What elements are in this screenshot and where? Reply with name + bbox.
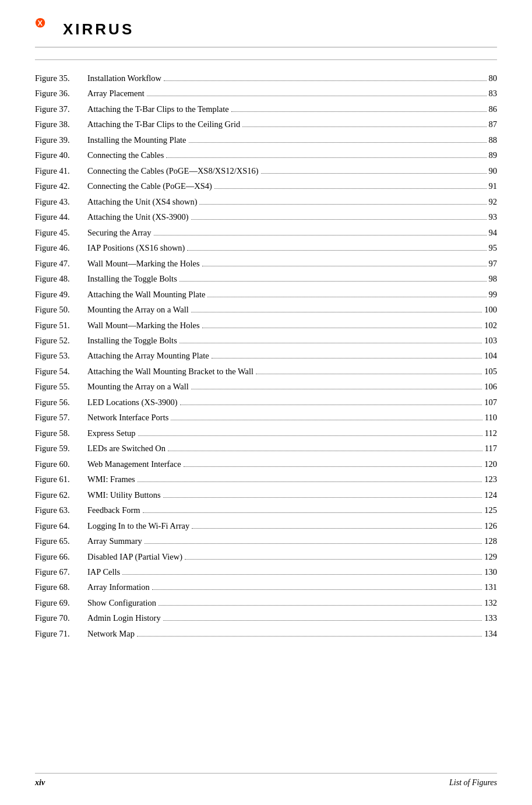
figure-entry: Feedback Form 125 bbox=[87, 502, 497, 518]
footer-section-title: List of Figures bbox=[449, 778, 497, 788]
figure-entry: Installing the Toggle Bolts 103 bbox=[87, 333, 497, 348]
figure-dots bbox=[122, 574, 482, 575]
figure-title-text: Express Setup bbox=[87, 427, 136, 440]
figure-page-number: 125 bbox=[484, 504, 497, 516]
figure-dots bbox=[171, 420, 482, 420]
figure-page-number: 120 bbox=[484, 458, 497, 470]
figure-page-number: 97 bbox=[489, 257, 498, 270]
figure-page-number: 132 bbox=[484, 596, 497, 609]
figure-entry: Attaching the T-Bar Clips to the Ceiling… bbox=[87, 117, 497, 132]
figure-title-text: Connecting the Cables (PoGE—XS8/XS12/XS1… bbox=[87, 164, 259, 177]
figure-dots bbox=[143, 512, 482, 513]
list-item: Figure 54.Attaching the Wall Mounting Br… bbox=[35, 364, 497, 379]
list-item: Figure 71.Network Map 134 bbox=[35, 626, 497, 641]
list-item: Figure 41.Connecting the Cables (PoGE—XS… bbox=[35, 163, 497, 178]
figure-entry: Disabled IAP (Partial View) 129 bbox=[87, 549, 497, 564]
figure-title-text: Attaching the Wall Mounting Plate bbox=[87, 288, 205, 301]
page-container: X XIRRUS Figure 35.Installation Workflow… bbox=[0, 0, 532, 805]
figures-list: Figure 35.Installation Workflow 80Figure… bbox=[35, 71, 497, 641]
figure-title-text: Attaching the Array Mounting Plate bbox=[87, 349, 209, 362]
figure-page-number: 112 bbox=[485, 427, 497, 440]
figure-entry: Network Interface Ports 110 bbox=[87, 410, 497, 425]
list-item: Figure 53.Attaching the Array Mounting P… bbox=[35, 348, 497, 363]
figure-entry: Attaching the Wall Mounting Bracket to t… bbox=[87, 364, 497, 379]
list-item: Figure 67.IAP Cells 130 bbox=[35, 564, 497, 579]
figure-page-number: 129 bbox=[484, 550, 497, 563]
figure-page-number: 87 bbox=[489, 118, 498, 131]
figure-entry: Installing the Toggle Bolts 98 bbox=[87, 271, 497, 286]
list-item: Figure 46.IAP Positions (XS16 shown) 95 bbox=[35, 240, 497, 255]
figure-label: Figure 64. bbox=[35, 518, 87, 533]
figure-page-number: 95 bbox=[489, 241, 498, 254]
figure-label: Figure 43. bbox=[35, 194, 87, 209]
figure-label: Figure 69. bbox=[35, 595, 87, 610]
figure-title-text: Attaching the T-Bar Clips to the Ceiling… bbox=[87, 118, 240, 131]
figure-label: Figure 38. bbox=[35, 117, 87, 132]
list-item: Figure 49.Attaching the Wall Mounting Pl… bbox=[35, 287, 497, 302]
figure-label: Figure 46. bbox=[35, 240, 87, 255]
figure-label: Figure 48. bbox=[35, 271, 87, 286]
figure-label: Figure 56. bbox=[35, 395, 87, 410]
figure-title-text: Logging In to the Wi-Fi Array bbox=[87, 519, 189, 532]
figure-label: Figure 36. bbox=[35, 86, 87, 101]
figure-entry: Mounting the Array on a Wall 100 bbox=[87, 302, 497, 317]
figure-title-text: Disabled IAP (Partial View) bbox=[87, 550, 182, 563]
figure-title-text: Web Management Interface bbox=[87, 458, 181, 470]
logo-container: X XIRRUS bbox=[35, 17, 134, 41]
figure-title-text: LEDs are Switched On bbox=[87, 442, 165, 455]
figure-entry: Array Placement 83 bbox=[87, 86, 497, 101]
figure-dots bbox=[202, 328, 482, 328]
figure-page-number: 110 bbox=[485, 411, 497, 424]
figure-title-text: WMI: Utility Buttons bbox=[87, 488, 161, 501]
figure-dots bbox=[168, 451, 482, 451]
figure-title-text: Array Placement bbox=[87, 87, 145, 100]
figure-dots bbox=[231, 111, 487, 112]
figure-title-text: Attaching the Unit (XS4 shown) bbox=[87, 195, 197, 208]
list-item: Figure 36.Array Placement 83 bbox=[35, 86, 497, 101]
figure-label: Figure 68. bbox=[35, 579, 87, 595]
figure-entry: LEDs are Switched On 117 bbox=[87, 441, 497, 456]
list-item: Figure 58.Express Setup 112 bbox=[35, 426, 497, 441]
figure-entry: Attaching the Unit (XS4 shown) 92 bbox=[87, 194, 497, 209]
figure-label: Figure 41. bbox=[35, 163, 87, 178]
figure-page-number: 80 bbox=[489, 72, 498, 85]
list-item: Figure 59.LEDs are Switched On 117 bbox=[35, 441, 497, 456]
figure-title-text: Installing the Toggle Bolts bbox=[87, 272, 177, 285]
figure-entry: Wall Mount—Marking the Holes 97 bbox=[87, 256, 497, 271]
figure-entry: WMI: Utility Buttons 124 bbox=[87, 487, 497, 502]
figure-page-number: 100 bbox=[484, 303, 497, 316]
figure-dots bbox=[256, 374, 482, 374]
figure-dots bbox=[154, 235, 487, 235]
figure-dots bbox=[145, 543, 482, 544]
figure-label: Figure 65. bbox=[35, 533, 87, 549]
figure-page-number: 86 bbox=[489, 103, 498, 115]
figure-dots bbox=[158, 605, 482, 606]
figure-entry: Show Configuration 132 bbox=[87, 595, 497, 610]
figure-label: Figure 37. bbox=[35, 101, 87, 117]
figure-label: Figure 57. bbox=[35, 410, 87, 425]
figure-page-number: 123 bbox=[484, 473, 497, 486]
list-item: Figure 44.Attaching the Unit (XS-3900) 9… bbox=[35, 209, 497, 224]
list-item: Figure 51.Wall Mount—Marking the Holes 1… bbox=[35, 318, 497, 333]
figure-title-text: Attaching the T-Bar Clips to the Templat… bbox=[87, 103, 229, 115]
list-item: Figure 64.Logging In to the Wi-Fi Array … bbox=[35, 518, 497, 533]
figure-title-text: Admin Login History bbox=[87, 611, 161, 624]
figure-entry: Mounting the Array on a Wall 106 bbox=[87, 379, 497, 394]
figure-label: Figure 55. bbox=[35, 379, 87, 394]
figure-title-text: Array Information bbox=[87, 581, 150, 593]
figure-dots bbox=[179, 343, 482, 343]
figure-label: Figure 39. bbox=[35, 132, 87, 147]
figure-label: Figure 66. bbox=[35, 549, 87, 564]
figure-dots bbox=[163, 620, 482, 621]
figure-entry: Logging In to the Wi-Fi Array 126 bbox=[87, 518, 497, 533]
figure-page-number: 105 bbox=[484, 365, 497, 378]
figure-page-number: 89 bbox=[489, 149, 498, 161]
figure-entry: Attaching the Array Mounting Plate 104 bbox=[87, 348, 497, 363]
page-footer: xiv List of Figures bbox=[35, 773, 497, 788]
figure-label: Figure 71. bbox=[35, 626, 87, 641]
figure-page-number: 106 bbox=[484, 380, 497, 393]
figure-label: Figure 44. bbox=[35, 209, 87, 224]
figure-dots bbox=[138, 481, 482, 482]
figure-dots bbox=[192, 528, 482, 529]
xirrus-logo-icon: X bbox=[35, 17, 58, 41]
